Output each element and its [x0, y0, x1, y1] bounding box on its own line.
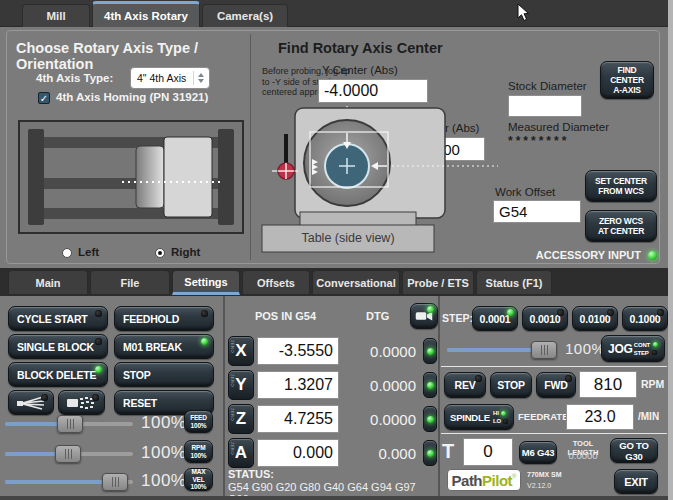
rpm-label: RPM: [641, 378, 664, 390]
a-pos-field[interactable]: 0.000: [257, 439, 339, 467]
tab-probe-ets[interactable]: Probe / ETS: [402, 270, 474, 295]
accessory-input-label: ACCESSORY INPUT: [505, 249, 641, 261]
work-offset-input[interactable]: G54: [493, 200, 581, 223]
stock-diameter-label: Stock Diameter: [508, 80, 587, 92]
camera-dro-button[interactable]: [410, 303, 438, 329]
table-side-view-label: Table (side view): [262, 231, 434, 245]
spindle-stop-button[interactable]: STOP: [490, 372, 532, 398]
set-center-from-wcs-button[interactable]: SET CENTER FROM WCS: [585, 170, 657, 202]
feedhold-button[interactable]: FEEDHOLD: [114, 306, 214, 331]
tool-number-input[interactable]: 0: [463, 438, 513, 466]
tab-conversational[interactable]: Conversational: [312, 270, 400, 295]
exit-button[interactable]: EXIT: [614, 469, 658, 494]
cycle-start-button[interactable]: CYCLE START: [8, 306, 108, 331]
tab-mill[interactable]: Mill: [22, 4, 90, 27]
homing-label: 4th Axis Homing (PN 31921): [56, 91, 208, 103]
stock-diameter-input[interactable]: [508, 95, 582, 117]
right-edge-strip: [668, 0, 673, 500]
rpm-override-percent: 100%: [141, 443, 186, 463]
spindle-rev-button[interactable]: REV: [444, 372, 486, 398]
z-dtg-value: 0.0000: [352, 411, 416, 428]
step-0010-button[interactable]: 0.0010: [522, 306, 568, 331]
z-axis-led[interactable]: [423, 406, 437, 432]
radio-right-label: Right: [171, 246, 200, 258]
jog-mode-button[interactable]: JOG CONT STEP: [601, 335, 665, 362]
jog-speed-handle[interactable]: [531, 341, 557, 359]
column-divider: [438, 296, 440, 500]
spindle-range-button[interactable]: SPINDLE HI LO: [444, 404, 514, 430]
go-to-g30-button[interactable]: GO TO G30: [610, 438, 658, 463]
tool-length-value: 0.0000: [558, 450, 608, 461]
spindle-rpm-input[interactable]: 810: [579, 371, 637, 398]
pathpilot-logo: PathPilot®: [447, 469, 521, 491]
x-pos-field[interactable]: -3.5550: [257, 337, 339, 365]
mouse-cursor-icon: [517, 3, 530, 22]
m6-g43-button[interactable]: M6 G43: [519, 441, 557, 464]
a-dtg-value: 0.000: [352, 445, 416, 462]
axis-type-label: 4th Axis Type:: [36, 72, 113, 84]
homing-checkbox[interactable]: ✓: [38, 92, 50, 104]
single-block-button[interactable]: SINGLE BLOCK: [8, 334, 108, 359]
block-delete-button[interactable]: BLOCK DELETE: [8, 362, 108, 387]
tab-main[interactable]: Main: [8, 270, 88, 295]
feedrate-input[interactable]: 23.0: [566, 404, 634, 430]
find-center-title: Find Rotary Axis Center: [278, 40, 458, 56]
tab-settings[interactable]: Settings: [172, 270, 240, 295]
spindle-fwd-button[interactable]: FWD: [536, 372, 576, 398]
zero-z-button[interactable]: ZEROZ: [228, 404, 254, 434]
dtg-header: DTG: [366, 310, 389, 322]
rotary-orientation-diagram: [18, 120, 244, 240]
stop-button[interactable]: STOP: [114, 362, 214, 387]
machine-model: 770MX SM: [527, 471, 562, 478]
work-offset-label: Work Offset: [495, 186, 555, 198]
coolant-button[interactable]: [8, 390, 54, 415]
tab-file[interactable]: File: [90, 270, 170, 295]
step-label: STEP:: [442, 312, 473, 324]
step-1000-button[interactable]: 0.1000: [622, 306, 668, 331]
zero-x-button[interactable]: ZEROX: [228, 336, 254, 366]
software-version: V2.12.0: [527, 482, 551, 489]
x-axis-led[interactable]: [423, 338, 437, 364]
feedrate-label: FEEDRATE:: [518, 411, 572, 422]
maxvel-override-percent: 100%: [141, 471, 186, 491]
per-min-label: /MIN: [638, 411, 659, 422]
pathpilot-window: Mill 4th Axis Rotary Camera(s) Choose Ro…: [0, 0, 673, 500]
radio-left[interactable]: [62, 248, 72, 258]
m01-break-button[interactable]: M01 BREAK: [114, 334, 214, 359]
tool-t-label: T: [442, 440, 454, 463]
step-0100-button[interactable]: 0.0100: [572, 306, 618, 331]
radio-left-label: Left: [78, 246, 99, 258]
tab-status-f1[interactable]: Status (F1): [476, 270, 552, 295]
jog-percent: 100%: [565, 340, 605, 357]
status-label: STATUS:: [228, 468, 274, 480]
zero-y-button[interactable]: ZEROY: [228, 370, 254, 400]
y-pos-field[interactable]: 1.3207: [257, 371, 339, 399]
y-axis-led[interactable]: [423, 372, 437, 398]
rpm-100-button[interactable]: RPM 100%: [184, 440, 213, 463]
accessory-input-led: [648, 251, 657, 260]
feed-override-percent: 100%: [141, 413, 186, 433]
feed-override-handle[interactable]: [57, 415, 83, 433]
rpm-override-handle[interactable]: [55, 445, 81, 463]
axis-type-select[interactable]: 4" 4th Axis: [130, 67, 210, 89]
step-0001-button[interactable]: 0.0001: [472, 306, 518, 331]
spinner-arrows-icon[interactable]: [193, 71, 209, 85]
column-divider: [223, 296, 225, 500]
radio-right[interactable]: [155, 248, 165, 258]
maxvel-override-handle[interactable]: [102, 473, 128, 491]
feed-100-button[interactable]: FEED 100%: [184, 410, 213, 433]
keyboard-button[interactable]: [58, 390, 105, 415]
panel-divider: [250, 34, 251, 260]
z-pos-field[interactable]: 4.7255: [257, 405, 339, 433]
tab-offsets[interactable]: Offsets: [242, 270, 310, 295]
tab-cameras[interactable]: Camera(s): [202, 4, 288, 27]
a-axis-led[interactable]: [423, 440, 437, 466]
find-center-a-axis-button[interactable]: FIND CENTER A-AXIS: [600, 61, 654, 99]
zero-wcs-at-center-button[interactable]: ZERO WCS AT CENTER: [585, 210, 657, 242]
y-center-label: Y Center (Abs): [322, 64, 398, 76]
zero-a-button[interactable]: ZEROA: [228, 438, 254, 468]
tab-4th-axis-rotary[interactable]: 4th Axis Rotary: [92, 1, 200, 27]
pos-header: POS IN G54: [233, 310, 338, 322]
x-dtg-value: 0.0000: [352, 343, 416, 360]
maxvel-100-button[interactable]: MAX VEL 100%: [184, 468, 213, 491]
